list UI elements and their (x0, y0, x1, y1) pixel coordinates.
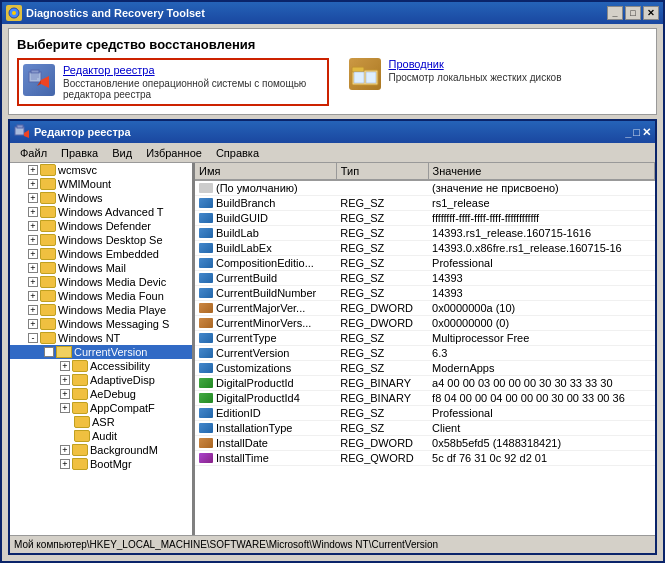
tree-toggle[interactable]: + (28, 235, 38, 245)
tree-toggle[interactable]: + (28, 291, 38, 301)
tree-item[interactable]: -Windows NT (10, 331, 192, 345)
table-cell-type: REG_BINARY (336, 376, 428, 391)
outer-window: Diagnostics and Recovery Toolset _ □ ✕ В… (0, 0, 665, 563)
tree-toggle[interactable]: + (28, 305, 38, 315)
reg-value-icon (199, 213, 213, 223)
reg-value-name: CurrentType (216, 332, 277, 344)
menu-file[interactable]: Файл (14, 145, 53, 161)
tree-item[interactable]: +Windows Advanced T (10, 205, 192, 219)
tree-toggle[interactable]: + (60, 459, 70, 469)
outer-maximize-button[interactable]: □ (625, 6, 641, 20)
tree-item[interactable]: +AeDebug (10, 387, 192, 401)
tree-item[interactable]: +Windows (10, 191, 192, 205)
table-header-value: Значение (428, 163, 654, 180)
table-cell-name: CurrentMinorVers... (195, 316, 336, 331)
tree-item[interactable]: +WMIMount (10, 177, 192, 191)
tree-toggle[interactable]: - (28, 333, 38, 343)
table-row[interactable]: CurrentMinorVers...REG_DWORD0x00000000 (… (195, 316, 655, 331)
svg-rect-11 (354, 72, 364, 83)
inner-window-title: Редактор реестра (34, 126, 625, 138)
tree-item[interactable]: +Windows Media Foun (10, 289, 192, 303)
tree-item[interactable]: -CurrentVersion (10, 345, 192, 359)
explorer-content: Проводник Просмотр локальных жестких дис… (389, 58, 562, 83)
tree-item-label: Accessibility (90, 360, 150, 372)
table-cell-name: CurrentMajorVer... (195, 301, 336, 316)
recovery-heading: Выберите средство восстановления (17, 37, 648, 52)
tree-item[interactable]: +wcmsvc (10, 163, 192, 177)
tree-toggle[interactable]: + (60, 375, 70, 385)
table-row[interactable]: DigitalProductId4REG_BINARYf8 04 00 00 0… (195, 391, 655, 406)
menu-edit[interactable]: Правка (55, 145, 104, 161)
outer-window-title: Diagnostics and Recovery Toolset (26, 7, 607, 19)
tree-toggle[interactable]: + (28, 179, 38, 189)
outer-close-button[interactable]: ✕ (643, 6, 659, 20)
table-row[interactable]: (По умолчанию)(значение не присвоено) (195, 180, 655, 196)
reg-value-icon (199, 408, 213, 418)
tree-item[interactable]: +Accessibility (10, 359, 192, 373)
tree-item[interactable]: +Windows Desktop Se (10, 233, 192, 247)
table-row[interactable]: BuildLabExREG_SZ14393.0.x86fre.rs1_relea… (195, 241, 655, 256)
menu-favorites[interactable]: Избранное (140, 145, 208, 161)
tree-toggle[interactable]: + (60, 403, 70, 413)
tree-item[interactable]: +BootMgr (10, 457, 192, 471)
inner-maximize-button[interactable]: □ (633, 126, 640, 139)
table-cell-value: 14393 (428, 286, 654, 301)
table-row[interactable]: InstallationTypeREG_SZClient (195, 421, 655, 436)
tree-item[interactable]: +Windows Defender (10, 219, 192, 233)
inner-close-button[interactable]: ✕ (642, 126, 651, 139)
reg-value-icon (199, 273, 213, 283)
statusbar: Мой компьютер\HKEY_LOCAL_MACHINE\SOFTWAR… (10, 535, 655, 553)
reg-value-icon (199, 318, 213, 328)
tree-item[interactable]: +AdaptiveDisp (10, 373, 192, 387)
table-cell-value: (значение не присвоено) (428, 180, 654, 196)
tree-toggle[interactable]: + (60, 389, 70, 399)
table-row[interactable]: InstallTimeREG_QWORD5c df 76 31 0c 92 d2… (195, 451, 655, 466)
tree-item[interactable]: +Windows Embedded (10, 247, 192, 261)
reg-value-icon (199, 288, 213, 298)
menu-view[interactable]: Вид (106, 145, 138, 161)
tree-toggle[interactable]: + (28, 277, 38, 287)
table-row[interactable]: EditionIDREG_SZProfessional (195, 406, 655, 421)
menu-help[interactable]: Справка (210, 145, 265, 161)
table-row[interactable]: CurrentBuildNumberREG_SZ14393 (195, 286, 655, 301)
table-row[interactable]: BuildGUIDREG_SZffffffff-ffff-ffff-ffff-f… (195, 211, 655, 226)
tree-toggle[interactable]: + (28, 221, 38, 231)
tree-item[interactable]: +Windows Media Playe (10, 303, 192, 317)
values-pane[interactable]: ИмяТипЗначение(По умолчанию)(значение не… (195, 163, 655, 535)
table-row[interactable]: BuildBranchREG_SZrs1_release (195, 196, 655, 211)
table-row[interactable]: CompositionEditio...REG_SZProfessional (195, 256, 655, 271)
table-row[interactable]: CustomizationsREG_SZModernApps (195, 361, 655, 376)
table-row[interactable]: DigitalProductIdREG_BINARYa4 00 00 03 00… (195, 376, 655, 391)
recovery-item-regedit[interactable]: Редактор реестра Восстановление операцио… (17, 58, 329, 106)
table-row[interactable]: CurrentBuildREG_SZ14393 (195, 271, 655, 286)
tree-toggle[interactable]: - (44, 347, 54, 357)
table-row[interactable]: CurrentTypeREG_SZMultiprocessor Free (195, 331, 655, 346)
tree-toggle[interactable]: + (28, 165, 38, 175)
table-row[interactable]: BuildLabREG_SZ14393.rs1_release.160715-1… (195, 226, 655, 241)
tree-toggle[interactable]: + (28, 319, 38, 329)
table-row[interactable]: CurrentMajorVer...REG_DWORD0x0000000a (1… (195, 301, 655, 316)
recovery-item-explorer[interactable]: Проводник Просмотр локальных жестких дис… (349, 58, 649, 106)
explorer-title[interactable]: Проводник (389, 58, 562, 70)
tree-toggle[interactable]: + (28, 263, 38, 273)
tree-toggle[interactable]: + (28, 193, 38, 203)
reg-value-icon (199, 243, 213, 253)
tree-toggle[interactable]: + (60, 361, 70, 371)
tree-toggle[interactable]: + (28, 207, 38, 217)
tree-item[interactable]: ASR (10, 415, 192, 429)
table-row[interactable]: CurrentVersionREG_SZ6.3 (195, 346, 655, 361)
tree-item[interactable]: Audit (10, 429, 192, 443)
tree-toggle[interactable]: + (60, 445, 70, 455)
outer-minimize-button[interactable]: _ (607, 6, 623, 20)
tree-item[interactable]: +AppCompatF (10, 401, 192, 415)
reg-value-name: CurrentBuild (216, 272, 277, 284)
table-row[interactable]: InstallDateREG_DWORD0x58b5efd5 (14883184… (195, 436, 655, 451)
regedit-title[interactable]: Редактор реестра (63, 64, 323, 76)
tree-toggle[interactable]: + (28, 249, 38, 259)
tree-item[interactable]: +BackgroundM (10, 443, 192, 457)
tree-item[interactable]: +Windows Mail (10, 261, 192, 275)
tree-pane[interactable]: +wcmsvc+WMIMount+Windows+Windows Advance… (10, 163, 195, 535)
tree-item[interactable]: +Windows Messaging S (10, 317, 192, 331)
tree-item[interactable]: +Windows Media Devic (10, 275, 192, 289)
inner-minimize-button[interactable]: _ (625, 126, 631, 139)
